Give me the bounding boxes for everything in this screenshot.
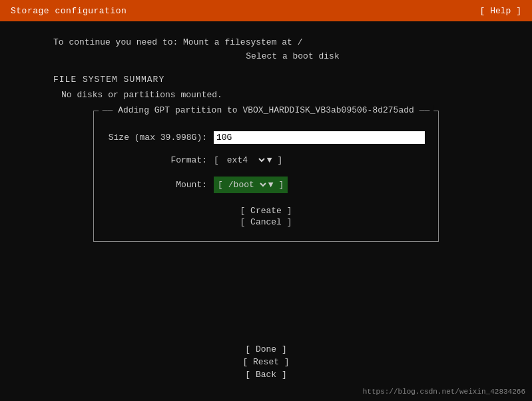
instruction-line1: To continue you need to: Mount a filesys… bbox=[53, 36, 479, 50]
fs-summary-label: FILE SYSTEM SUMMARY bbox=[53, 75, 479, 85]
header: Storage configuration [ Help ] bbox=[0, 0, 532, 21]
reset-button[interactable]: [ Reset ] bbox=[233, 356, 300, 368]
mount-prefix: [ bbox=[218, 180, 223, 190]
mount-control: [ /boot / /home swap ▼ ] bbox=[214, 177, 425, 193]
done-button[interactable]: [ Done ] bbox=[233, 344, 300, 355]
format-select[interactable]: ext4 ext3 xfs btrfs swap bbox=[222, 153, 267, 167]
format-control: [ ext4 ext3 xfs btrfs swap ▼ ] bbox=[214, 153, 425, 167]
mount-select-wrapper: [ /boot / /home swap ▼ ] bbox=[214, 177, 288, 193]
header-title: Storage configuration bbox=[11, 6, 127, 16]
format-label: Format: bbox=[107, 155, 214, 165]
create-button[interactable]: [ Create ] bbox=[233, 205, 300, 216]
size-row: Size (max 39.998G): bbox=[107, 131, 425, 144]
format-prefix: [ bbox=[214, 155, 219, 165]
size-label: Size (max 39.998G): bbox=[107, 133, 214, 143]
size-input[interactable] bbox=[214, 131, 425, 144]
partition-dialog: —— Adding GPT partition to VBOX_HARDDISK… bbox=[93, 111, 439, 242]
size-control bbox=[214, 131, 425, 144]
format-row: Format: [ ext4 ext3 xfs btrfs swap ▼ ] bbox=[107, 153, 425, 167]
mount-select[interactable]: /boot / /home swap bbox=[223, 178, 268, 192]
dialog-title: —— Adding GPT partition to VBOX_HARDDISK… bbox=[99, 105, 434, 115]
no-disks-message: No disks or partitions mounted. bbox=[53, 90, 479, 100]
back-button[interactable]: [ Back ] bbox=[233, 369, 300, 380]
format-select-wrapper: [ ext4 ext3 xfs btrfs swap ▼ ] bbox=[214, 153, 285, 167]
instruction-line2: Select a boot disk bbox=[53, 50, 479, 64]
watermark: https://blog.csdn.net/weixin_42834266 bbox=[363, 388, 525, 396]
mount-label: Mount: bbox=[107, 180, 214, 190]
cancel-button[interactable]: [ Cancel ] bbox=[233, 216, 300, 228]
help-button[interactable]: [ Help ] bbox=[480, 6, 521, 16]
instructions: To continue you need to: Mount a filesys… bbox=[53, 36, 479, 64]
mount-row: Mount: [ /boot / /home swap ▼ ] bbox=[107, 177, 425, 193]
mount-suffix: ▼ ] bbox=[268, 180, 284, 190]
bottom-buttons: [ Done ] [ Reset ] [ Back ] bbox=[233, 343, 300, 381]
dialog-buttons: [ Create ] [ Cancel ] bbox=[107, 205, 425, 228]
format-suffix: ▼ ] bbox=[267, 155, 282, 165]
main-content: To continue you need to: Mount a filesys… bbox=[0, 21, 532, 250]
